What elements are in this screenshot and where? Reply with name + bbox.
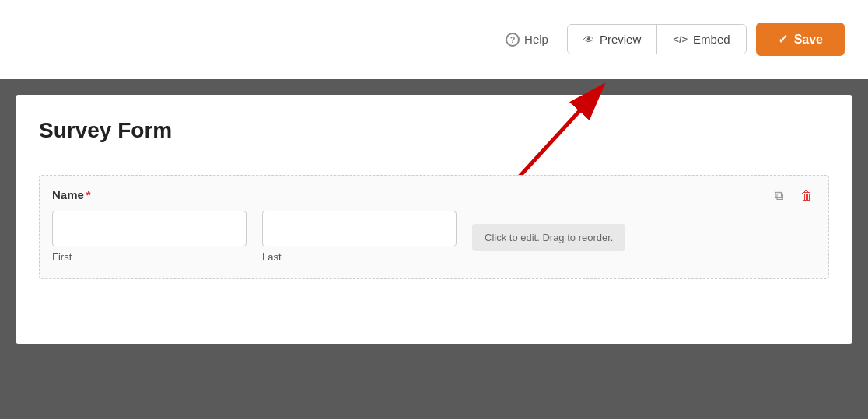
first-name-wrap: First	[52, 211, 247, 263]
help-icon: ?	[506, 33, 520, 47]
form-divider	[39, 159, 829, 159]
embed-label: Embed	[693, 33, 730, 46]
top-bar: ? Help 👁 Preview </> Embed ✓ Save	[0, 0, 868, 79]
last-name-wrap: Last	[262, 211, 457, 263]
checkmark-icon: ✓	[778, 32, 788, 47]
code-icon: </>	[673, 33, 688, 45]
name-inputs: First Last Click to edit. Drag to reorde…	[52, 211, 816, 263]
field-actions: ⧉ 🗑	[768, 185, 817, 207]
form-container: Survey Form Name* ⧉ 🗑 First Last Click t…	[16, 95, 852, 344]
last-name-input[interactable]	[262, 211, 457, 246]
content-area: Survey Form Name* ⧉ 🗑 First Last Click t…	[0, 79, 868, 419]
form-title: Survey Form	[39, 118, 829, 143]
copy-field-button[interactable]: ⧉	[768, 185, 789, 207]
eye-icon: 👁	[583, 33, 594, 46]
required-indicator: *	[86, 188, 91, 201]
name-field-label: Name*	[52, 188, 816, 201]
help-button[interactable]: ? Help	[496, 26, 558, 53]
preview-button[interactable]: 👁 Preview	[568, 25, 657, 54]
help-label: Help	[524, 33, 548, 46]
preview-embed-group: 👁 Preview </> Embed	[567, 24, 747, 54]
embed-button[interactable]: </> Embed	[657, 25, 745, 54]
last-name-label: Last	[262, 251, 457, 263]
first-name-label: First	[52, 251, 247, 263]
name-field-block: Name* ⧉ 🗑 First Last Click to edit. Drag…	[39, 175, 829, 279]
preview-label: Preview	[600, 33, 641, 46]
save-button[interactable]: ✓ Save	[756, 23, 845, 56]
save-label: Save	[794, 33, 823, 47]
click-to-edit-hint: Click to edit. Drag to reorder.	[472, 224, 625, 251]
first-name-input[interactable]	[52, 211, 247, 246]
delete-field-button[interactable]: 🗑	[796, 185, 817, 207]
